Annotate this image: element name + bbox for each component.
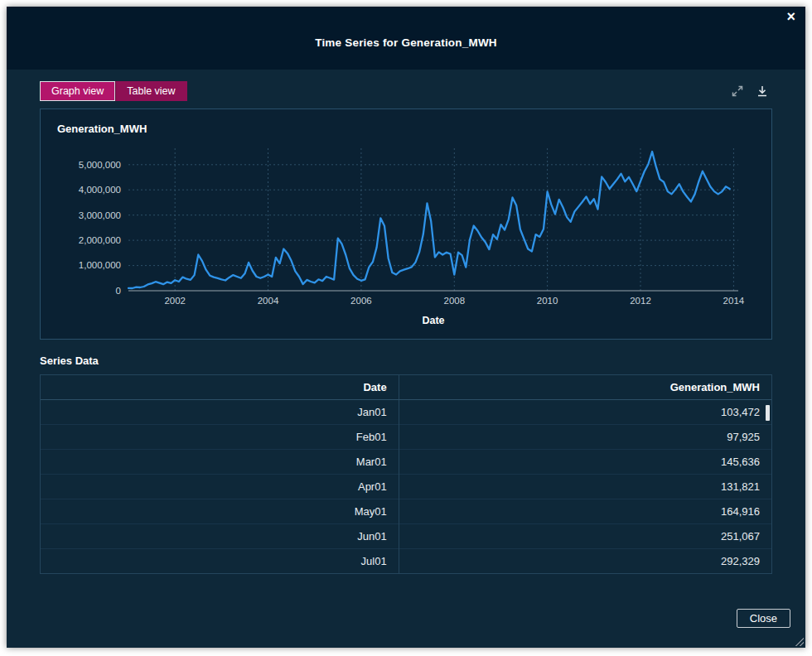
chart-toolbar: Graph view Table view [40, 81, 772, 101]
value-cell: 251,067 [399, 524, 771, 549]
value-cell: 97,925 [399, 425, 771, 450]
graph-view-button[interactable]: Graph view [40, 81, 115, 101]
table-row: Jul01292,329 [41, 549, 771, 574]
table-row: Feb0197,925 [41, 425, 771, 450]
svg-text:3,000,000: 3,000,000 [79, 210, 121, 220]
date-cell: Apr01 [41, 475, 399, 499]
view-toggle: Graph view Table view [40, 81, 187, 101]
table-scrollbar-thumb[interactable] [766, 405, 770, 421]
dialog-header: × Time Series for Generation_MWH [7, 7, 805, 70]
timeseries-chart: 01,000,0002,000,0003,000,0004,000,0005,0… [56, 140, 756, 329]
svg-text:2014: 2014 [723, 296, 745, 306]
svg-text:2006: 2006 [350, 296, 372, 306]
value-cell: 164,916 [399, 499, 771, 524]
dialog-content: Graph view Table view Generation_MW [7, 70, 805, 574]
svg-text:1,000,000: 1,000,000 [79, 260, 121, 270]
date-column-header: Date [41, 375, 399, 400]
svg-text:2004: 2004 [258, 296, 279, 306]
series-data-heading: Series Data [40, 355, 772, 367]
svg-text:2,000,000: 2,000,000 [79, 235, 121, 245]
resize-grip-icon[interactable] [795, 637, 804, 646]
close-icon[interactable]: × [786, 8, 795, 25]
date-cell: Jun01 [41, 524, 399, 549]
svg-text:4,000,000: 4,000,000 [79, 185, 121, 195]
table-row: Apr01131,821 [41, 475, 771, 499]
svg-text:2012: 2012 [630, 296, 651, 306]
table-row: Mar01145,636 [41, 450, 771, 475]
value-cell: 103,472 [399, 400, 771, 425]
dialog-title: Time Series for Generation_MWH [7, 36, 805, 49]
date-cell: Jul01 [41, 549, 399, 574]
date-cell: May01 [41, 499, 399, 524]
value-cell: 292,329 [399, 549, 771, 574]
toolbar-tools [731, 84, 772, 98]
value-cell: 145,636 [399, 450, 771, 475]
svg-text:2002: 2002 [164, 296, 186, 306]
download-icon[interactable] [756, 84, 769, 98]
date-cell: Mar01 [41, 450, 399, 475]
svg-text:2008: 2008 [444, 296, 466, 306]
time-series-dialog: × Time Series for Generation_MWH Graph v… [7, 7, 805, 648]
table-row: Jun01251,067 [41, 524, 771, 549]
table-row: Jan01103,472 [41, 400, 771, 425]
table-view-button[interactable]: Table view [115, 81, 186, 101]
series-table-body: Jan01103,472Feb0197,925Mar01145,636Apr01… [41, 400, 771, 574]
chart-panel: Generation_MWH 01,000,0002,000,0003,000,… [40, 109, 772, 340]
table-header-row: Date Generation_MWH [41, 375, 771, 400]
series-table-wrap: Date Generation_MWH Jan01103,472Feb0197,… [40, 374, 772, 574]
maximize-icon[interactable] [731, 84, 744, 98]
svg-text:2010: 2010 [537, 296, 558, 306]
svg-text:Date: Date [422, 315, 444, 326]
svg-text:5,000,000: 5,000,000 [79, 160, 121, 170]
series-table: Date Generation_MWH Jan01103,472Feb0197,… [41, 375, 771, 573]
date-cell: Feb01 [41, 425, 399, 450]
dialog-footer: Close [737, 609, 790, 628]
chart-title: Generation_MWH [57, 123, 756, 135]
value-cell: 131,821 [399, 475, 771, 499]
table-row: May01164,916 [41, 499, 771, 524]
svg-text:0: 0 [116, 286, 121, 296]
close-button[interactable]: Close [737, 609, 790, 628]
value-column-header: Generation_MWH [399, 375, 771, 400]
date-cell: Jan01 [41, 400, 399, 425]
